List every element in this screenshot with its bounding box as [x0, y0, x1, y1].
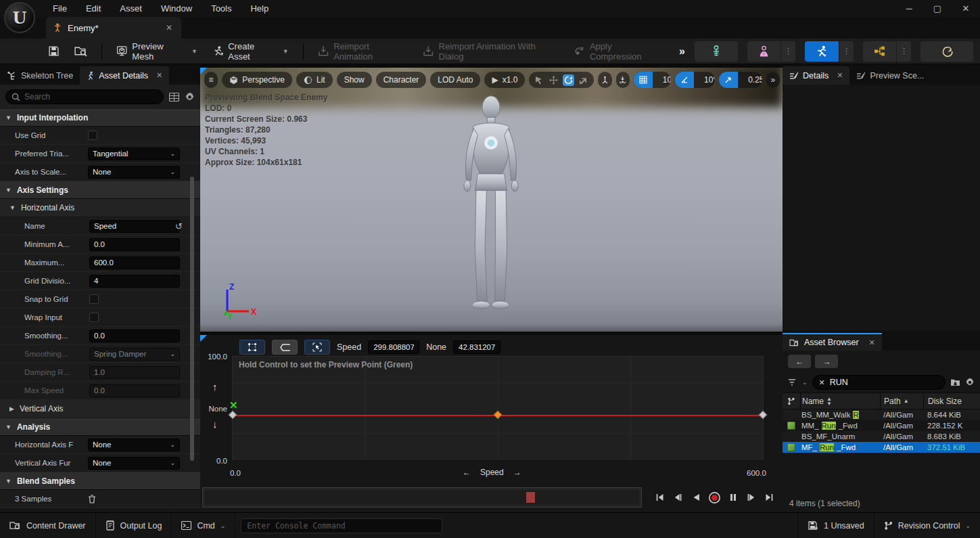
history-forward-button[interactable]: → [815, 355, 838, 368]
menu-tools[interactable]: Tools [202, 1, 241, 16]
rotation-snap-control[interactable]: 10° [675, 72, 715, 88]
max-speed-input[interactable] [89, 384, 180, 397]
revision-control-button[interactable]: Revision Control ⌄ [874, 513, 980, 538]
preferred-triangulation-dropdown[interactable]: Tangential ⌄ [88, 148, 180, 160]
minimize-button[interactable]: ─ [895, 0, 923, 17]
tab-enemy[interactable]: Enemy* ✕ [46, 17, 181, 39]
reimport-animation-dialog-button[interactable]: Reimport Animation With Dialog [417, 38, 565, 65]
browse-to-asset-button[interactable] [68, 42, 93, 60]
mesh-mode-button[interactable] [747, 41, 780, 62]
skeleton-mode-button[interactable] [695, 41, 738, 62]
enable-preview-button[interactable] [304, 340, 330, 355]
world-space-button[interactable] [598, 72, 611, 88]
blend-sample-point[interactable] [759, 411, 768, 420]
tab-asset-details[interactable]: Asset Details ✕ [80, 66, 169, 85]
cmd-selector-button[interactable]: Cmd ⌄ [172, 513, 235, 538]
pause-button[interactable] [725, 489, 741, 506]
asset-search-input[interactable] [830, 378, 939, 387]
section-input-interpolation[interactable]: ▼ Input Interpolation [0, 109, 200, 127]
close-window-button[interactable]: ✕ [952, 0, 980, 17]
menu-window[interactable]: Window [151, 1, 202, 16]
tab-details[interactable]: Details ✕ [783, 66, 849, 85]
column-header-path[interactable]: Path▲ [880, 393, 923, 409]
smoothing-type-dropdown[interactable]: Spring Damper ⌄ [89, 348, 180, 361]
tab-asset-browser[interactable]: Asset Browser ✕ [783, 333, 882, 351]
scale-tool-icon[interactable] [579, 76, 588, 85]
surface-snapping-button[interactable] [616, 72, 630, 88]
blueprint-mode-options-icon[interactable]: ⋮ [896, 41, 911, 62]
subsection-horizontal-axis[interactable]: ▼ Horizontal Axis [0, 199, 200, 217]
preview-mesh-button[interactable]: Preview Mesh ▼ [110, 38, 204, 65]
preview-viewport[interactable]: ≡ Perspective Lit Show Character LOD Aut… [200, 68, 783, 332]
property-matrix-icon[interactable] [169, 93, 179, 102]
lit-mode-button[interactable]: Lit [296, 72, 333, 88]
create-asset-button[interactable]: Create Asset ▼ [206, 38, 295, 65]
details-scrollbar[interactable] [190, 177, 194, 461]
animation-mode-options-icon[interactable]: ⋮ [839, 41, 854, 62]
tab-skeleton-tree[interactable]: Skeleton Tree [0, 66, 80, 85]
menu-help[interactable]: Help [241, 1, 278, 16]
viewport-toolbar-overflow-button[interactable]: » [766, 72, 780, 88]
speed-param-input[interactable] [368, 340, 419, 354]
scale-snap-control[interactable]: 0.25 [719, 72, 762, 88]
maximize-button[interactable]: ▢ [923, 0, 952, 17]
blueprint-mode-button[interactable] [863, 41, 896, 62]
tab-preview-scene[interactable]: Preview Sce... [849, 66, 931, 85]
minimum-axis-input[interactable] [89, 238, 180, 251]
content-drawer-button[interactable]: Content Drawer [0, 513, 96, 538]
subsection-vertical-axis[interactable]: ▶ Vertical Axis [0, 400, 200, 418]
revision-column-icon[interactable] [783, 397, 800, 405]
details-settings-gear-icon[interactable] [185, 92, 195, 102]
tab-close-icon[interactable]: ✕ [164, 23, 174, 32]
play-reverse-button[interactable] [689, 489, 704, 506]
section-analysis[interactable]: ▼ Analysis [0, 418, 200, 436]
show-sample-keys-button[interactable] [239, 340, 265, 355]
preview-character-mesh[interactable] [425, 92, 557, 315]
details-search-input[interactable] [24, 92, 158, 102]
asset-search-box[interactable]: ✕ [812, 375, 946, 390]
reimport-animation-button[interactable]: Reimport Animation [312, 38, 414, 65]
asset-row-mm-run-fwd[interactable]: MM_Run_Fwd /All/Gam 228.152 K [783, 420, 980, 431]
menu-edit[interactable]: Edit [76, 1, 110, 16]
use-grid-checkbox[interactable] [88, 131, 97, 140]
history-back-button[interactable]: ← [788, 355, 811, 368]
tab-close-icon[interactable]: ✕ [869, 338, 875, 347]
grid-divisions-input[interactable] [89, 275, 180, 288]
asset-row-bs-mm-walkrun[interactable]: BS_MM_WalkR /All/Gam 8.644 KiB [783, 409, 980, 420]
select-tool-icon[interactable] [535, 76, 543, 85]
mesh-mode-options-icon[interactable]: ⋮ [780, 41, 795, 62]
damping-ratio-input[interactable] [89, 366, 180, 379]
apply-compression-button[interactable]: Apply Compression [567, 38, 670, 65]
section-axis-settings[interactable]: ▼ Axis Settings [0, 181, 200, 199]
delete-samples-icon[interactable] [88, 495, 96, 503]
filter-button[interactable] [788, 378, 797, 386]
show-labels-button[interactable] [272, 340, 298, 355]
perspective-button[interactable]: Perspective [222, 72, 292, 88]
folder-view-icon[interactable] [950, 378, 960, 386]
smoothing-time-input[interactable] [89, 330, 180, 342]
rotate-tool-icon[interactable] [563, 74, 574, 86]
timeline-playhead[interactable] [526, 492, 535, 503]
preview-point-marker[interactable]: ✕ [229, 402, 238, 409]
step-forward-button[interactable] [743, 489, 759, 506]
clear-search-icon[interactable]: ✕ [819, 378, 825, 387]
console-command-input[interactable] [241, 518, 442, 533]
none-param-input[interactable] [453, 340, 500, 354]
menu-file[interactable]: File [43, 1, 76, 16]
blend-sample-point[interactable] [494, 411, 503, 420]
wrap-input-checkbox[interactable] [89, 313, 99, 322]
grid-snap-control[interactable]: 10 [634, 72, 671, 88]
tab-close-icon[interactable]: ✕ [837, 71, 843, 80]
character-menu-button[interactable]: Character [376, 72, 427, 88]
go-to-start-button[interactable] [652, 489, 668, 506]
horizontal-axis-function-dropdown[interactable]: None ⌄ [88, 439, 180, 451]
asset-browser-settings-gear-icon[interactable] [965, 378, 975, 387]
show-menu-button[interactable]: Show [337, 72, 372, 88]
physics-mode-button[interactable] [920, 41, 973, 62]
animation-mode-button[interactable] [805, 41, 839, 62]
playback-speed-button[interactable]: ▶ x1.0 [484, 72, 525, 88]
unsaved-changes-button[interactable]: 1 Unsaved [797, 513, 874, 538]
blendspace-graph[interactable]: Hold Control to set the Preview Point (G… [232, 356, 764, 459]
save-button[interactable] [42, 42, 66, 60]
asset-row-mf-run-fwd[interactable]: MF_Run_Fwd /All/Gam 372.51 KiB [783, 442, 980, 453]
